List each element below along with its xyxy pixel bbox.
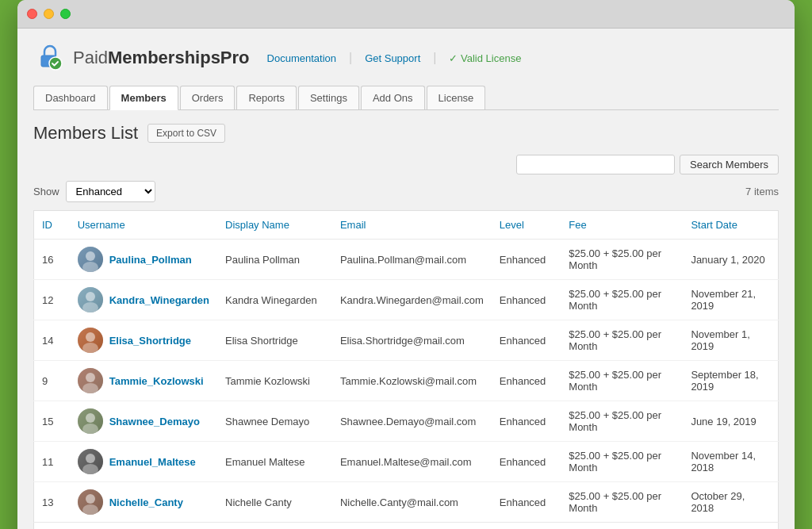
cell-display-name: Paulina Pollman bbox=[217, 240, 332, 280]
svg-point-18 bbox=[86, 454, 95, 463]
show-label: Show bbox=[33, 186, 59, 197]
col-footer-email[interactable]: Email bbox=[332, 523, 492, 530]
tab-license[interactable]: License bbox=[427, 86, 486, 109]
cell-email: Paulina.Pollman@mail.com bbox=[332, 240, 492, 280]
cell-start-date: June 19, 2019 bbox=[683, 401, 778, 442]
cell-level: Enhanced bbox=[492, 401, 561, 442]
cell-id: 16 bbox=[34, 240, 70, 280]
cell-username: Nichelle_Canty bbox=[70, 482, 217, 523]
link-separator2: | bbox=[433, 51, 436, 65]
cell-level: Enhanced bbox=[492, 442, 561, 482]
cell-username: Paulina_Pollman bbox=[70, 240, 217, 280]
table-row: 16Paulina_PollmanPaulina PollmanPaulina.… bbox=[34, 240, 779, 280]
cell-display-name: Shawnee Demayo bbox=[217, 401, 332, 442]
cell-start-date: November 14, 2018 bbox=[683, 442, 778, 482]
cell-fee: $25.00 + $25.00 per Month bbox=[561, 482, 683, 523]
table-row: 15Shawnee_DemayoShawnee DemayoShawnee.De… bbox=[34, 401, 779, 442]
app-window: PaidMembershipsPro Documentation | Get S… bbox=[17, 0, 795, 529]
cell-level: Enhanced bbox=[492, 482, 561, 523]
cell-fee: $25.00 + $25.00 per Month bbox=[561, 361, 683, 401]
cell-fee: $25.00 + $25.00 per Month bbox=[561, 240, 683, 280]
svg-point-15 bbox=[86, 413, 95, 423]
cell-display-name: Emanuel Maltese bbox=[217, 442, 332, 482]
username-link[interactable]: Elisa_Shortridge bbox=[109, 335, 191, 347]
cell-username: Elisa_Shortridge bbox=[70, 320, 217, 361]
cell-level: Enhanced bbox=[492, 240, 561, 280]
table-row: 14Elisa_ShortridgeElisa ShortridgeElisa.… bbox=[34, 320, 779, 361]
cell-email: Kandra.Winegarden@mail.com bbox=[332, 280, 492, 320]
username-link[interactable]: Emanuel_Maltese bbox=[109, 456, 196, 468]
col-footer-display-name[interactable]: Display Name bbox=[217, 523, 332, 530]
cell-email: Elisa.Shortridge@mail.com bbox=[332, 320, 492, 361]
minimize-button[interactable] bbox=[44, 9, 54, 19]
col-footer-start-date[interactable]: Start Date bbox=[683, 523, 778, 530]
filter-left: Show Enhanced All Free Premium bbox=[33, 181, 155, 202]
cell-fee: $25.00 + $25.00 per Month bbox=[561, 442, 683, 482]
tab-addons[interactable]: Add Ons bbox=[361, 86, 425, 109]
username-link[interactable]: Kandra_Winegarden bbox=[109, 294, 209, 306]
svg-point-9 bbox=[86, 332, 95, 342]
col-header-id[interactable]: ID bbox=[34, 211, 70, 240]
cell-username: Shawnee_Demayo bbox=[70, 401, 217, 442]
cell-display-name: Elisa Shortridge bbox=[217, 320, 332, 361]
cell-id: 15 bbox=[34, 401, 70, 442]
col-header-fee[interactable]: Fee bbox=[561, 211, 683, 240]
traffic-lights bbox=[27, 9, 71, 19]
cell-fee: $25.00 + $25.00 per Month bbox=[561, 280, 683, 320]
close-button[interactable] bbox=[27, 9, 37, 19]
col-header-display-name[interactable]: Display Name bbox=[217, 211, 332, 240]
col-footer-id[interactable]: ID bbox=[34, 523, 70, 530]
tab-settings[interactable]: Settings bbox=[298, 86, 359, 109]
support-link[interactable]: Get Support bbox=[365, 52, 420, 64]
nav-tabs: Dashboard Members Orders Reports Setting… bbox=[33, 86, 779, 110]
filter-row: Show Enhanced All Free Premium 7 items bbox=[33, 181, 779, 202]
link-separator: | bbox=[349, 51, 352, 65]
cell-username: Emanuel_Maltese bbox=[70, 442, 217, 482]
cell-username: Tammie_Kozlowski bbox=[70, 361, 217, 401]
tab-reports[interactable]: Reports bbox=[236, 86, 297, 109]
col-header-email[interactable]: Email bbox=[332, 211, 492, 240]
col-footer-fee[interactable]: Fee bbox=[561, 523, 683, 530]
documentation-link[interactable]: Documentation bbox=[267, 52, 336, 64]
cell-display-name: Kandra Winegarden bbox=[217, 280, 332, 320]
members-table: ID Username Display Name Email Level Fee… bbox=[33, 210, 779, 529]
header-links: Documentation | Get Support | Valid Lice… bbox=[267, 51, 522, 65]
cell-level: Enhanced bbox=[492, 280, 561, 320]
export-csv-button[interactable]: Export to CSV bbox=[147, 124, 225, 143]
main-content: PaidMembershipsPro Documentation | Get S… bbox=[17, 29, 795, 529]
cell-id: 9 bbox=[34, 361, 70, 401]
username-link[interactable]: Nichelle_Canty bbox=[109, 496, 183, 508]
col-footer-level[interactable]: Level bbox=[492, 523, 561, 530]
col-header-level[interactable]: Level bbox=[492, 211, 561, 240]
col-header-start-date[interactable]: Start Date bbox=[683, 211, 778, 240]
cell-email: Nichelle.Canty@mail.com bbox=[332, 482, 492, 523]
cell-fee: $25.00 + $25.00 per Month bbox=[561, 320, 683, 361]
cell-id: 13 bbox=[34, 482, 70, 523]
table-header-row: ID Username Display Name Email Level Fee… bbox=[34, 211, 779, 240]
search-members-button[interactable]: Search Members bbox=[680, 155, 779, 174]
tab-orders[interactable]: Orders bbox=[180, 86, 236, 109]
level-filter-select[interactable]: Enhanced All Free Premium bbox=[66, 181, 155, 202]
col-header-username[interactable]: Username bbox=[70, 211, 217, 240]
svg-point-21 bbox=[86, 494, 95, 504]
username-link[interactable]: Shawnee_Demayo bbox=[109, 416, 200, 427]
cell-level: Enhanced bbox=[492, 361, 561, 401]
cell-id: 11 bbox=[34, 442, 70, 482]
table-row: 13Nichelle_CantyNichelle CantyNichelle.C… bbox=[34, 482, 779, 523]
tab-dashboard[interactable]: Dashboard bbox=[33, 86, 108, 109]
cell-email: Shawnee.Demayo@mail.com bbox=[332, 401, 492, 442]
username-link[interactable]: Tammie_Kozlowski bbox=[109, 375, 204, 387]
cell-display-name: Tammie Kozlowski bbox=[217, 361, 332, 401]
cell-start-date: October 29, 2018 bbox=[683, 482, 778, 523]
cell-level: Enhanced bbox=[492, 320, 561, 361]
col-footer-username[interactable]: Username bbox=[70, 523, 217, 530]
table-row: 11Emanuel_MalteseEmanuel MalteseEmanuel.… bbox=[34, 442, 779, 482]
username-link[interactable]: Paulina_Pollman bbox=[109, 254, 192, 266]
logo-area: PaidMembershipsPro bbox=[33, 41, 250, 75]
search-bar: Search Members bbox=[33, 155, 779, 174]
cell-username: Kandra_Winegarden bbox=[70, 280, 217, 320]
search-input[interactable] bbox=[516, 155, 675, 174]
tab-members[interactable]: Members bbox=[109, 86, 178, 110]
maximize-button[interactable] bbox=[60, 9, 71, 19]
cell-start-date: January 1, 2020 bbox=[683, 240, 778, 280]
